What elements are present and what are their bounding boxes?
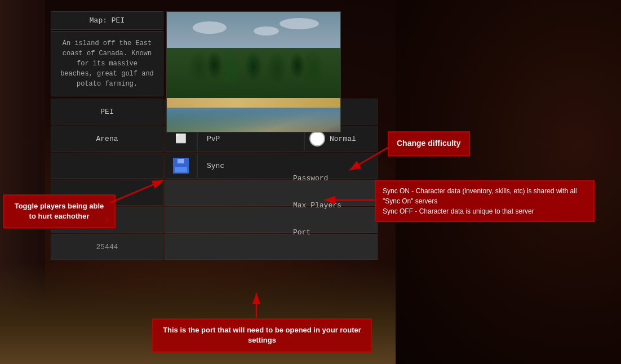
tree-shapes <box>175 30 331 84</box>
pvp-arrow-icon: ⬜ <box>175 133 187 144</box>
change-difficulty-annotation: Change difficulty <box>388 131 470 156</box>
map-name-cell[interactable]: PEI <box>51 99 163 125</box>
difficulty-toggle[interactable] <box>309 131 325 147</box>
arena-row: Arena <box>51 126 163 152</box>
difficulty-value: Normal <box>330 135 356 143</box>
sync-label[interactable]: Sync <box>197 153 378 179</box>
port-label: Port <box>293 219 341 245</box>
sync-annotation: Sync ON - Character data (inventory, ski… <box>375 180 595 222</box>
toggle-pvp-annotation: Toggle players being able to hurt eachot… <box>3 194 116 228</box>
left-controls: PEI Arena 8 25444 <box>51 99 163 261</box>
port-input[interactable] <box>165 234 378 260</box>
sync-annotation-text: Sync ON - Character data (inventory, ski… <box>383 187 577 215</box>
sync-icon-cell <box>165 153 197 179</box>
port-row <box>165 234 378 260</box>
port-value-cell[interactable]: 25444 <box>51 234 163 260</box>
sync-icon-label <box>178 159 184 163</box>
sync-row: Sync <box>165 153 378 179</box>
max-players-row <box>165 207 378 233</box>
max-players-label: Max Players <box>293 192 341 218</box>
map-preview-image <box>166 11 341 132</box>
map-name-row: PEI <box>51 99 163 125</box>
map-header: Map: PEI <box>51 11 163 30</box>
sync-save-icon <box>173 158 189 174</box>
water-area <box>167 108 340 132</box>
right-labels-column: Password Max Players Port <box>293 165 341 246</box>
password-input[interactable] <box>165 180 378 206</box>
map-description: An island off the East coast of Canada. … <box>51 31 163 96</box>
arena-name-cell[interactable]: Arena <box>51 126 163 152</box>
empty-row-1 <box>51 153 163 179</box>
cloud-3 <box>280 18 319 29</box>
port-annotation: This is the port that will need to be op… <box>152 318 372 352</box>
max-players-input[interactable] <box>165 207 378 233</box>
password-label: Password <box>293 165 341 191</box>
password-row <box>165 180 378 206</box>
